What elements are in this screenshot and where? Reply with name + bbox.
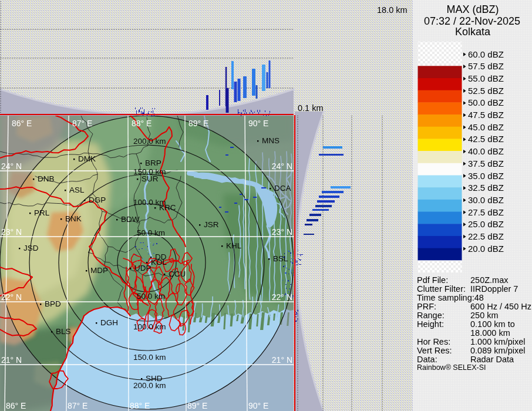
svg-text:DNB: DNB [38,174,55,183]
svg-text:22° N: 22° N [272,292,292,302]
svg-text:CCU: CCU [169,269,186,278]
svg-text:23° N: 23° N [272,227,292,237]
svg-text:45.0 dBZ: 45.0 dBZ [468,122,504,132]
svg-text:BPD: BPD [45,299,61,308]
svg-text:90° E: 90° E [248,119,268,128]
svg-text:DGP: DGP [89,196,106,204]
svg-text:1.000 km/pixel: 1.000 km/pixel [470,337,526,346]
svg-text:50.0 km: 50.0 km [137,292,165,301]
svg-text:ASL: ASL [69,186,85,194]
svg-text:JSR: JSR [204,220,219,229]
svg-text:18.0 km: 18.0 km [377,5,408,15]
svg-text:Rainbow® SELEX-SI: Rainbow® SELEX-SI [417,363,486,372]
svg-text:40.0 dBZ: 40.0 dBZ [468,146,504,156]
svg-text:Clutter Filter:: Clutter Filter: [417,284,466,294]
svg-text:24° N: 24° N [1,161,22,171]
svg-text:100.0 km: 100.0 km [133,198,166,207]
svg-text:UDP: UDP [134,264,151,272]
svg-text:87° E: 87° E [68,401,87,410]
svg-text:BLS: BLS [56,327,71,336]
svg-text:600 Hz / 450 Hz: 600 Hz / 450 Hz [470,302,531,311]
svg-text:60.0 dBZ: 60.0 dBZ [468,49,504,59]
svg-text:BRP: BRP [145,159,161,167]
svg-text:MDP: MDP [90,266,108,275]
svg-text:Kolkata: Kolkata [455,26,491,38]
svg-text:25.0 dBZ: 25.0 dBZ [468,219,504,229]
svg-text:PRL: PRL [34,208,50,217]
svg-text:86° E: 86° E [6,401,26,410]
svg-text:DCA: DCA [274,184,291,193]
svg-text:150.0 km: 150.0 km [133,167,166,176]
svg-text:37.5 dBZ: 37.5 dBZ [468,159,504,169]
svg-text:89° E: 89° E [188,119,208,128]
svg-text:21° N: 21° N [1,355,22,365]
svg-text:57.5 dBZ: 57.5 dBZ [468,61,504,71]
svg-text:200.0 km: 200.0 km [133,137,166,146]
svg-text:MAX (dBZ): MAX (dBZ) [446,4,499,15]
svg-text:KOL: KOL [151,258,167,267]
svg-text:87° E: 87° E [72,119,92,128]
svg-text:0.1 km: 0.1 km [298,103,324,113]
svg-text:42.5 dBZ: 42.5 dBZ [468,134,504,144]
svg-text:55.0 dBZ: 55.0 dBZ [468,73,504,83]
svg-text:47.5 dBZ: 47.5 dBZ [468,110,504,120]
svg-text:200.0 km: 200.0 km [133,381,166,390]
svg-text:89° E: 89° E [187,401,207,410]
svg-text:22° N: 22° N [1,292,22,302]
svg-text:Vert Res:: Vert Res: [417,346,452,355]
svg-text:0.100 km to: 0.100 km to [470,319,515,329]
svg-text:90° E: 90° E [248,401,268,410]
svg-text:BNK: BNK [65,214,82,223]
svg-text:50.0 km: 50.0 km [137,228,165,237]
svg-text:DGH: DGH [100,318,118,327]
svg-text:250Z.max: 250Z.max [470,275,509,285]
svg-text:88° E: 88° E [132,119,151,128]
svg-text:150.0 km: 150.0 km [133,353,166,362]
svg-text:50.0 dBZ: 50.0 dBZ [468,97,504,107]
svg-text:JSD: JSD [23,244,39,252]
svg-text:07:32 / 22-Nov-2025: 07:32 / 22-Nov-2025 [424,15,520,27]
svg-text:Range:: Range: [417,311,445,320]
svg-text:KHL: KHL [226,241,242,250]
svg-text:86° E: 86° E [12,119,32,128]
svg-text:52.5 dBZ: 52.5 dBZ [468,86,504,96]
svg-text:Height:: Height: [417,319,444,329]
svg-text:27.5 dBZ: 27.5 dBZ [468,207,504,217]
svg-text:88° E: 88° E [130,401,150,410]
svg-text:250 km: 250 km [470,311,499,320]
svg-text:21° N: 21° N [272,355,292,365]
svg-text:20.0 dBZ: 20.0 dBZ [468,244,504,254]
svg-text:30.0 dBZ: 30.0 dBZ [468,195,504,205]
svg-text:Time sampling:48: Time sampling:48 [417,293,484,302]
svg-text:Pdf File:: Pdf File: [417,275,448,285]
svg-text:23° N: 23° N [1,227,22,237]
svg-text:IIRDoppler 7: IIRDoppler 7 [470,284,518,294]
svg-text:32.5 dBZ: 32.5 dBZ [468,183,504,193]
svg-text:100.0 km: 100.0 km [133,322,166,331]
svg-text:BDW: BDW [121,215,140,224]
svg-text:BSL: BSL [273,254,288,263]
svg-text:24° N: 24° N [272,161,292,171]
svg-text:MNS: MNS [262,136,280,145]
svg-text:18.000 km: 18.000 km [470,328,510,338]
svg-text:PRF:: PRF: [417,302,436,311]
svg-text:Hor Res:: Hor Res: [417,337,450,346]
svg-text:35.0 dBZ: 35.0 dBZ [468,171,504,181]
svg-text:22.5 dBZ: 22.5 dBZ [468,231,504,241]
svg-text:DMK: DMK [78,154,96,163]
svg-text:0.089 km/pixel: 0.089 km/pixel [470,346,526,355]
